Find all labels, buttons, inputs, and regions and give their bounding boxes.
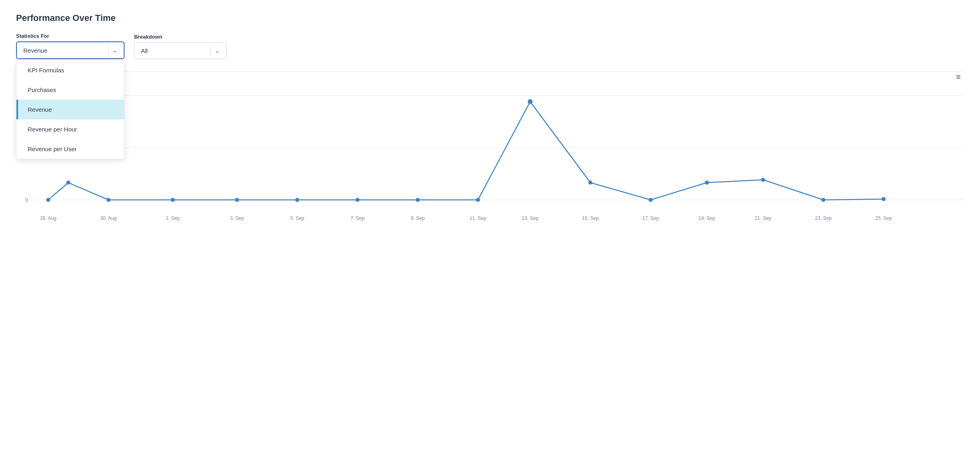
chart-dot [588,180,592,184]
svg-text:25. Sep: 25. Sep [875,215,892,221]
page-title: Performance Over Time [16,13,964,23]
chart-dot [295,198,299,202]
chart-dot [416,198,420,202]
chart-dot [235,198,239,202]
svg-text:0: 0 [25,197,28,203]
statistics-for-select[interactable]: Revenue ⌄ [16,41,125,59]
breakdown-select-divider [210,47,211,55]
svg-text:11. Sep: 11. Sep [470,215,486,221]
chart-dot [761,178,765,182]
statistics-for-group: Statistics For Revenue ⌄ KPI Formulas Pu… [16,33,125,59]
svg-text:19. Sep: 19. Sep [698,215,715,221]
chart-dot [649,198,653,202]
statistics-for-dropdown: KPI Formulas Purchases Revenue Revenue p… [16,60,125,159]
chart-dot [476,198,480,202]
chart-dot [106,198,110,202]
breakdown-select[interactable]: All ⌄ [134,42,227,59]
controls-row: Statistics For Revenue ⌄ KPI Formulas Pu… [16,33,964,59]
chevron-down-icon: ⌄ [112,47,117,53]
dropdown-item-revenue[interactable]: Revenue [16,100,124,119]
svg-text:9. Sep: 9. Sep [411,215,425,221]
chart-dot [355,198,359,202]
svg-text:21. Sep: 21. Sep [755,215,772,221]
svg-text:15. Sep: 15. Sep [582,215,599,221]
chart-dot [66,180,70,184]
chart-dot [882,197,886,201]
chart-dot [705,180,709,184]
chart-line [48,102,884,200]
svg-text:17. Sep: 17. Sep [642,215,659,221]
svg-text:3. Sep: 3. Sep [230,215,244,221]
svg-text:30. Aug: 30. Aug [100,215,117,221]
chart-menu-icon[interactable]: ≡ [953,71,964,82]
select-divider [108,46,108,54]
svg-text:7. Sep: 7. Sep [351,215,365,221]
svg-text:28. Aug: 28. Aug [40,215,57,221]
svg-text:5. Sep: 5. Sep [290,215,304,221]
statistics-for-label: Statistics For [16,33,125,39]
chart-dot [821,198,825,202]
breakdown-chevron-down-icon: ⌄ [215,47,220,54]
chart-svg: 20 10 0 28. Aug 30. Aug 1. Sep 3. Sep 5.… [16,71,964,240]
svg-text:13. Sep: 13. Sep [522,215,539,221]
dropdown-item-revenue-per-user[interactable]: Revenue per User [16,139,124,159]
breakdown-value: All [141,47,148,54]
svg-text:23. Sep: 23. Sep [815,215,832,221]
dropdown-item-purchases[interactable]: Purchases [16,80,124,100]
chart-dot-peak [528,99,533,104]
statistics-for-value: Revenue [23,47,47,54]
dropdown-item-kpi-formulas[interactable]: KPI Formulas [16,60,124,80]
svg-text:1. Sep: 1. Sep [166,215,180,221]
chart-dot [171,198,175,202]
dropdown-item-revenue-per-hour[interactable]: Revenue per Hour [16,119,124,139]
chart-area: ≡ 20 10 0 28. Aug [16,71,964,240]
chart-dot [46,198,50,202]
breakdown-label: Breakdown [134,34,227,40]
breakdown-group: Breakdown All ⌄ [134,34,227,59]
